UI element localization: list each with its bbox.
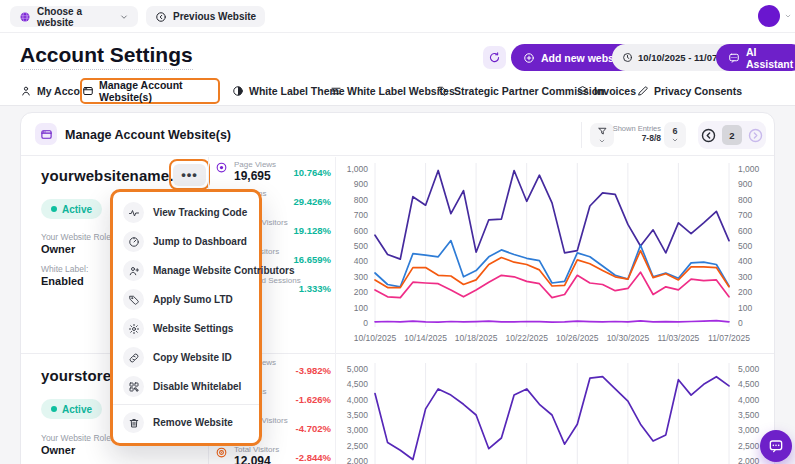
svg-text:2,500: 2,500 — [347, 441, 369, 451]
contrast-icon — [232, 85, 244, 97]
status-dot-icon — [51, 206, 57, 212]
svg-text:4,500: 4,500 — [738, 379, 760, 389]
svg-text:10/30/2025: 10/30/2025 — [607, 333, 650, 343]
svg-text:300: 300 — [738, 272, 752, 282]
previous-page-button[interactable] — [700, 127, 717, 144]
stat-label: Page Views — [234, 160, 276, 169]
svg-text:800: 800 — [354, 195, 368, 205]
user-icon — [20, 85, 32, 97]
svg-text:1,000: 1,000 — [738, 164, 760, 174]
chat-icon — [728, 52, 740, 64]
menu-item-jump-to-dashboard[interactable]: Jump to Dashboard — [113, 227, 259, 256]
menu-item-label: Remove Website — [153, 417, 233, 428]
status-label: Active — [62, 404, 92, 415]
svg-text:11/07/2025: 11/07/2025 — [708, 333, 750, 343]
chat-fab-button[interactable] — [760, 430, 792, 462]
menu-item-disable-whitelabel[interactable]: Disable Whitelabel — [113, 372, 259, 401]
svg-text:4,000: 4,000 — [738, 395, 760, 405]
divider — [335, 157, 336, 353]
svg-text:900: 900 — [738, 179, 752, 189]
stat-percent: 1.333% — [299, 283, 331, 294]
actions-highlight-box: ••• — [169, 159, 210, 190]
svg-text:3,000: 3,000 — [738, 425, 760, 435]
svg-text:800: 800 — [738, 195, 752, 205]
page-title: Account Settings — [20, 43, 193, 70]
tab-white-label-theme[interactable]: White Label Theme — [232, 85, 345, 97]
menu-item-label: Apply Sumo LTD — [153, 294, 233, 305]
gear-icon — [123, 318, 144, 339]
white-label-label: White Label: — [41, 264, 88, 274]
gauge-icon — [123, 231, 144, 252]
funnel-icon — [597, 126, 608, 137]
menu-item-apply-sumo-ltd[interactable]: Apply Sumo LTD — [113, 285, 259, 314]
link-icon — [123, 347, 144, 368]
svg-text:400: 400 — [354, 256, 368, 266]
svg-text:4,000: 4,000 — [347, 395, 369, 405]
menu-item-website-settings[interactable]: Website Settings — [113, 314, 259, 343]
ai-assistant-label: AI Assistant — [746, 46, 793, 70]
svg-text:2,000: 2,000 — [738, 456, 760, 464]
svg-text:700: 700 — [354, 210, 368, 220]
svg-text:10/18/2025: 10/18/2025 — [455, 333, 498, 343]
svg-text:0: 0 — [738, 318, 743, 328]
next-page-button[interactable] — [747, 127, 764, 144]
pagination: 2 — [698, 121, 766, 149]
browser-icon — [40, 128, 53, 141]
stat-total-visitors: Total Visitors12,094-2.844% — [213, 444, 331, 464]
refresh-icon — [488, 51, 501, 64]
ai-assistant-button[interactable]: AI Assistant — [716, 44, 795, 71]
disc-icon — [215, 161, 228, 174]
svg-text:300: 300 — [354, 272, 368, 282]
stat-value: 12,094 — [234, 454, 271, 464]
svg-text:2,500: 2,500 — [738, 441, 760, 451]
white-label-value: Enabled — [41, 275, 84, 287]
menu-item-view-tracking-code[interactable]: View Tracking Code — [113, 198, 259, 227]
tab-manage-account-websites[interactable]: Manage Account Website(s) — [80, 78, 220, 104]
globe-icon — [19, 11, 31, 23]
status-badge: Active — [41, 199, 102, 219]
chevron-down-icon — [671, 136, 679, 144]
pen-icon — [637, 85, 649, 97]
choose-website-dropdown[interactable]: Choose a website — [10, 6, 138, 27]
menu-item-label: Website Settings — [153, 323, 233, 334]
line-chart: 2,0002,0002,5002,5003,0003,0003,5003,500… — [337, 357, 765, 464]
current-page[interactable]: 2 — [722, 125, 742, 145]
previous-website-button[interactable]: Previous Website — [146, 6, 265, 27]
status-dot-icon — [51, 406, 57, 412]
user-avatar[interactable] — [758, 5, 780, 27]
stat-percent: -3.982% — [296, 365, 331, 376]
svg-text:500: 500 — [354, 241, 368, 251]
menu-item-copy-website-id[interactable]: Copy Website ID — [113, 343, 259, 372]
layers-icon — [577, 85, 589, 97]
role-label: Your Website Role: — [41, 232, 113, 242]
ellipsis-icon: ••• — [181, 167, 198, 182]
stat-percent: 29.426% — [293, 196, 331, 207]
menu-item-remove-website[interactable]: Remove Website — [113, 408, 259, 437]
refresh-button[interactable] — [483, 46, 506, 69]
chevron-down-icon — [119, 12, 129, 22]
shown-entries-value: 7-8/8 — [611, 133, 661, 143]
svg-text:700: 700 — [738, 210, 752, 220]
section-icon — [35, 123, 57, 145]
tab-privacy-consents[interactable]: Privacy Consents — [637, 85, 742, 97]
stat-percent: -4.702% — [296, 423, 331, 434]
chat-icon — [768, 438, 784, 454]
menu-item-label: View Tracking Code — [153, 207, 247, 218]
website-actions-button[interactable]: ••• — [173, 164, 206, 186]
svg-text:0: 0 — [363, 318, 368, 328]
tab-invoices[interactable]: Invoices — [577, 85, 636, 97]
avatar-chevron-icon[interactable] — [784, 12, 792, 20]
svg-text:200: 200 — [738, 287, 752, 297]
menu-item-manage-website-contributors[interactable]: Manage Website Contributors — [113, 256, 259, 285]
arrow-left-circle-icon — [155, 11, 167, 23]
svg-text:5,000: 5,000 — [347, 364, 369, 374]
svg-text:11/03/2025: 11/03/2025 — [657, 333, 699, 343]
page-size-selector[interactable]: 6 — [664, 122, 686, 148]
tab-label: Privacy Consents — [654, 85, 742, 97]
clock-icon — [622, 52, 633, 63]
page-size-value: 6 — [672, 126, 677, 136]
tab-label: Invoices — [594, 85, 636, 97]
svg-text:10/22/2025: 10/22/2025 — [505, 333, 548, 343]
svg-text:3,500: 3,500 — [347, 410, 369, 420]
chevron-down-icon — [598, 137, 606, 145]
